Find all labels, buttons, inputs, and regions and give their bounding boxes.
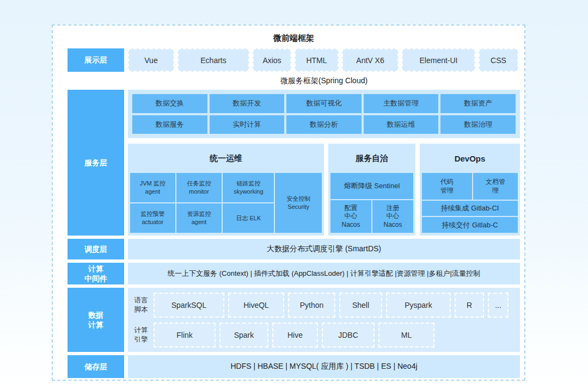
layer-label-scheduling: 调度层 — [68, 239, 124, 259]
middleware-band: 统一上下文服务 (Context) | 插件式加载 (AppClassLoder… — [128, 263, 520, 284]
engine-chip-jdbc: JDBC — [322, 323, 375, 348]
layer-label-middleware: 计算 中间件 — [68, 263, 124, 284]
compute-layer-content: 语言 脚本 SparkSQL HiveQL Python Shell Pyspa… — [128, 288, 520, 352]
ops-cell-security: 安全控制 Security — [275, 173, 322, 233]
display-tech-list: Vue Echarts Axios HTML AntV X6 Element-U… — [128, 48, 520, 72]
ops-cell-task-monitor: 任务监控 monitor — [176, 173, 222, 202]
page-title: 微前端框架 — [68, 26, 520, 48]
scheduling-engine-band: 大数据分布式调度引擎 (SmartDS) — [128, 239, 520, 259]
service-sub-panels: 统一运维 JVM 监控 agent 任务监控 monitor 链路监控 skyw… — [128, 144, 520, 236]
layer-label-display: 展示层 — [68, 48, 124, 72]
tech-chip-axios: Axios — [253, 48, 291, 72]
layer-row-compute: 数据 计算 语言 脚本 SparkSQL HiveQL Python Shell… — [68, 288, 520, 352]
layer-label-storage: 储存层 — [68, 355, 124, 378]
unified-ops-panel: 统一运维 JVM 监控 agent 任务监控 monitor 链路监控 skyw… — [128, 144, 324, 236]
microservice-framework-note: 微服务框架(Spring Cloud) — [128, 72, 520, 90]
capability-cell: 数据可视化 — [286, 94, 362, 113]
script-chip-python: Python — [288, 293, 335, 318]
script-chip-shell: Shell — [339, 293, 382, 318]
script-chip-r: R — [455, 293, 484, 318]
ops-cell-resource-monitor: 资源监控 agent — [176, 203, 222, 233]
layer-row-storage: 储存层 HDFS | HBASE | MYSQL( 应用库 ) | TSDB |… — [68, 355, 520, 378]
service-autonomy-panel: 服务自治 熔断降级 Sentinel 配置 中心 Nacos 注册 中心 Nac… — [328, 144, 415, 236]
service-autonomy-title: 服务自治 — [328, 144, 415, 173]
ops-cell-jvm-monitor: JVM 监控 agent — [130, 173, 175, 202]
tech-chip-element-ui: Element-UI — [402, 48, 475, 72]
autonomy-cell-sentinel: 熔断降级 Sentinel — [330, 173, 413, 199]
capability-cell: 数据服务 — [132, 115, 207, 134]
devops-cell-ci: 持续集成 Gitlab-CI — [422, 201, 518, 216]
engine-chip-ml: ML — [378, 323, 434, 348]
engine-chip-hive: Hive — [272, 323, 318, 348]
architecture-panel: 微前端框架 展示层 Vue Echarts Axios HTML AntV X6… — [52, 24, 525, 381]
capability-cell: 数据运维 — [364, 115, 439, 134]
tech-chip-vue: Vue — [128, 48, 174, 72]
layer-row-service: 服务层 数据交换 数据开发 数据可视化 主数据管理 数据资产 数据服务 实时计算… — [68, 90, 520, 236]
devops-title: DevOps — [420, 144, 520, 173]
ops-cell-log-elk: 日志 ELK — [223, 203, 274, 233]
layer-row-display: 展示层 Vue Echarts Axios HTML AntV X6 Eleme… — [68, 48, 520, 72]
storage-band: HDFS | HBASE | MYSQL( 应用库 ) | TSDB | ES … — [128, 355, 520, 378]
capability-cell: 实时计算 — [210, 115, 285, 134]
unified-ops-title: 统一运维 — [128, 144, 324, 173]
devops-grid: 代码 管理 文档管 理 持续集成 Gitlab-CI 持续交付 Gitlab-C — [422, 173, 518, 233]
data-capability-grid: 数据交换 数据开发 数据可视化 主数据管理 数据资产 数据服务 实时计算 数据分… — [128, 90, 520, 138]
script-chip-sparksql: SparkSQL — [154, 293, 224, 318]
capability-cell: 数据交换 — [132, 94, 207, 113]
compute-engine-row: 计算 引擎 Flink Spark Hive JDBC ML — [132, 321, 516, 348]
devops-panel: DevOps 代码 管理 文档管 理 持续集成 Gitlab-CI 持续交付 G… — [420, 144, 520, 236]
script-chip-pyspark: Pyspark — [386, 293, 451, 318]
page-background: 微前端框架 展示层 Vue Echarts Axios HTML AntV X6… — [0, 0, 588, 390]
devops-cell-code-mgmt: 代码 管理 — [422, 173, 472, 200]
engine-chip-spark: Spark — [219, 323, 268, 348]
devops-cell-cd: 持续交付 Gitlab-C — [422, 217, 518, 233]
ops-cell-alert-actuator: 监控预警 actuator — [130, 203, 175, 233]
capability-cell: 数据治理 — [440, 115, 516, 134]
tech-chip-html: HTML — [295, 48, 339, 72]
tech-chip-antv-x6: AntV X6 — [342, 48, 399, 72]
ops-cell-trace-monitor: 链路监控 skyworking — [223, 173, 274, 202]
devops-cell-doc-mgmt: 文档管 理 — [473, 173, 518, 200]
service-layer-content: 数据交换 数据开发 数据可视化 主数据管理 数据资产 数据服务 实时计算 数据分… — [128, 90, 520, 236]
layer-row-middleware: 计算 中间件 统一上下文服务 (Context) | 插件式加载 (AppCla… — [68, 263, 520, 284]
layer-label-service: 服务层 — [68, 90, 124, 236]
unified-ops-grid: JVM 监控 agent 任务监控 monitor 链路监控 skyworkin… — [130, 173, 322, 233]
engine-chip-flink: Flink — [154, 323, 216, 348]
tech-chip-echarts: Echarts — [177, 48, 249, 72]
script-chip-hiveql: HiveQL — [228, 293, 284, 318]
script-chip-more: ... — [488, 293, 509, 318]
capability-cell: 数据分析 — [286, 115, 362, 134]
script-language-row: 语言 脚本 SparkSQL HiveQL Python Shell Pyspa… — [132, 292, 516, 318]
capability-cell: 数据开发 — [210, 94, 285, 113]
autonomy-cell-registry-nacos: 注册 中心 Nacos — [372, 200, 413, 233]
layer-row-scheduling: 调度层 大数据分布式调度引擎 (SmartDS) — [68, 239, 520, 259]
compute-engine-label: 计算 引擎 — [132, 326, 150, 344]
capability-cell: 数据资产 — [440, 94, 516, 113]
layer-label-compute: 数据 计算 — [68, 288, 124, 352]
autonomy-cell-config-nacos: 配置 中心 Nacos — [330, 200, 371, 233]
tech-chip-css: CSS — [479, 48, 518, 72]
script-language-label: 语言 脚本 — [132, 296, 150, 314]
service-autonomy-grid: 熔断降级 Sentinel 配置 中心 Nacos 注册 中心 Nacos — [330, 173, 413, 233]
capability-cell: 主数据管理 — [364, 94, 439, 113]
